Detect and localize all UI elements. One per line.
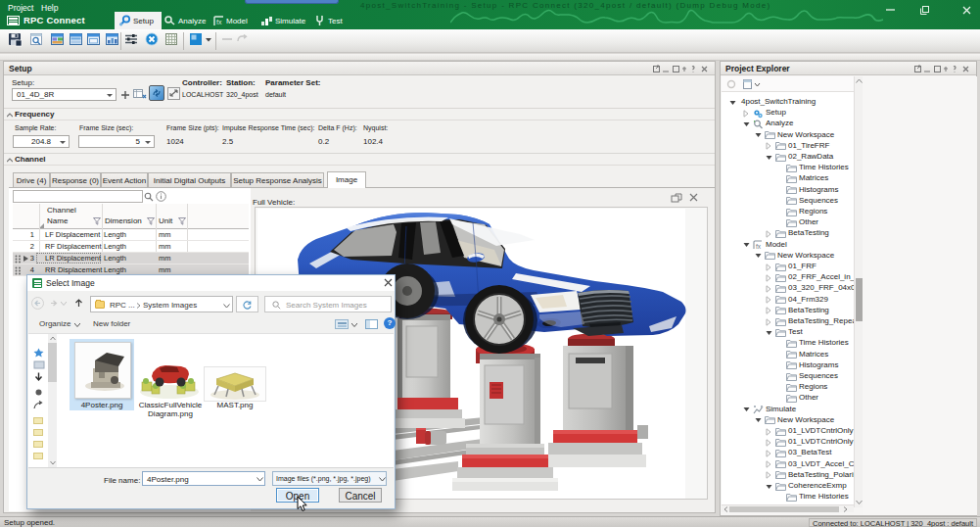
svg-text:fx: fx (756, 243, 762, 250)
svg-text:fx: fx (216, 19, 222, 25)
